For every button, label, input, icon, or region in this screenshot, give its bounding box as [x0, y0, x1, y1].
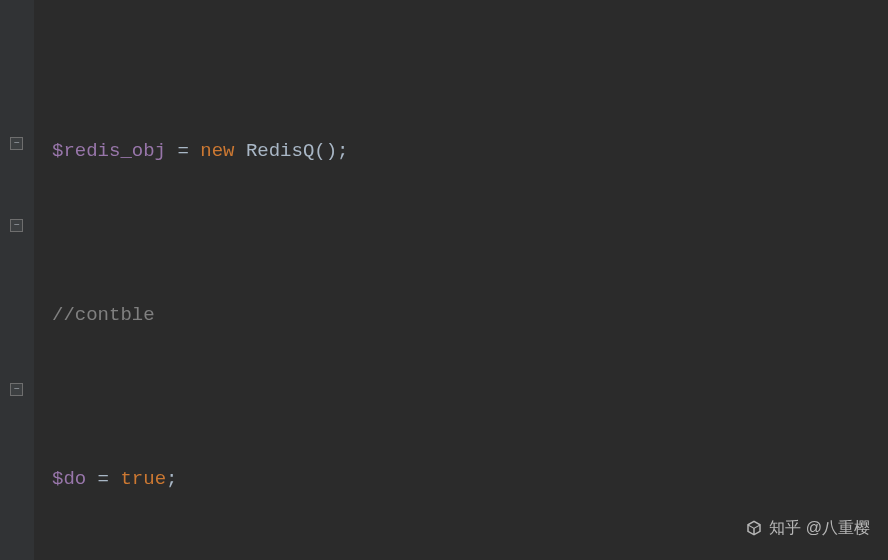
- code-line[interactable]: //contble: [52, 295, 888, 336]
- fold-toggle[interactable]: −: [10, 219, 23, 232]
- watermark: 知乎 @八重樱: [745, 507, 870, 548]
- token-comment: //contble: [52, 295, 155, 336]
- fold-toggle[interactable]: −: [10, 383, 23, 396]
- watermark-text: 知乎 @八重樱: [769, 507, 870, 548]
- gutter: − − −: [0, 0, 34, 560]
- token-keyword: true: [120, 459, 166, 500]
- code-area[interactable]: $redis_obj = new RedisQ(); //contble $do…: [34, 0, 888, 560]
- token-punct: ();: [314, 131, 348, 172]
- token-variable: $do: [52, 459, 86, 500]
- token-operator: =: [166, 131, 200, 172]
- token-punct: ;: [166, 459, 177, 500]
- zhihu-icon: [745, 519, 763, 537]
- code-line[interactable]: $redis_obj = new RedisQ();: [52, 131, 888, 172]
- code-line[interactable]: $do = true;: [52, 459, 888, 500]
- token-keyword: new: [200, 131, 234, 172]
- token-operator: =: [86, 459, 120, 500]
- token-space: [234, 131, 245, 172]
- code-editor[interactable]: − − − $redis_obj = new RedisQ(); //contb…: [0, 0, 888, 560]
- token-class: RedisQ: [246, 131, 314, 172]
- token-variable: $redis_obj: [52, 131, 166, 172]
- fold-toggle[interactable]: −: [10, 137, 23, 150]
